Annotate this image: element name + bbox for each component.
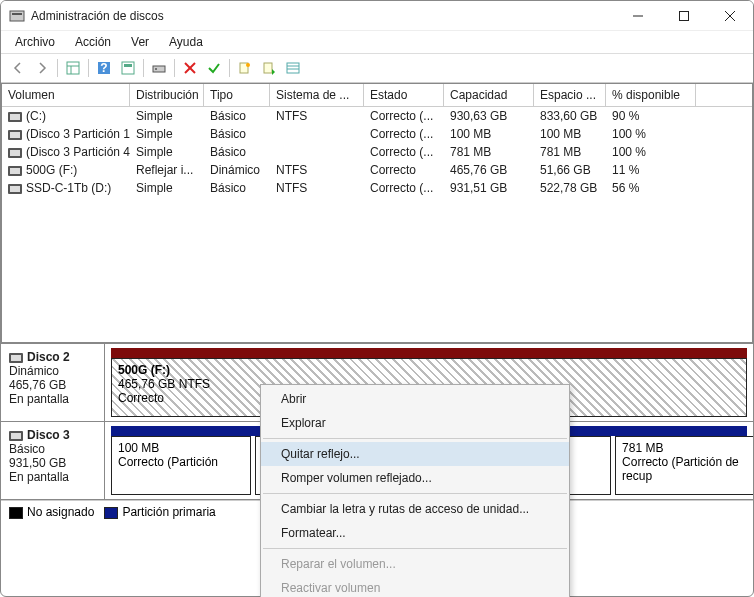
new-button[interactable]	[234, 57, 256, 79]
menu-accion[interactable]: Acción	[67, 33, 119, 51]
volume-box[interactable]: 781 MBCorrecto (Partición de recup	[615, 436, 754, 495]
cell: (Disco 3 Partición 1)	[2, 126, 130, 142]
cell: Simple	[130, 180, 204, 196]
col-distribucion[interactable]: Distribución	[130, 84, 204, 106]
volume-row[interactable]: (Disco 3 Partición 4)SimpleBásicoCorrect…	[2, 143, 752, 161]
col-tipo[interactable]: Tipo	[204, 84, 270, 106]
cell: 100 MB	[444, 126, 534, 142]
cell: Básico	[204, 144, 270, 160]
context-menu-item[interactable]: Abrir	[261, 387, 569, 411]
properties-button[interactable]	[148, 57, 170, 79]
cell: Correcto (...	[364, 126, 444, 142]
close-button[interactable]	[707, 1, 753, 31]
legend-swatch	[9, 507, 23, 519]
context-menu-item[interactable]: Explorar	[261, 411, 569, 435]
cell: (C:)	[2, 108, 130, 124]
maximize-button[interactable]	[661, 1, 707, 31]
context-menu-item[interactable]: Quitar reflejo...	[261, 442, 569, 466]
menu-ayuda[interactable]: Ayuda	[161, 33, 211, 51]
cell: 90 %	[606, 108, 696, 124]
volume-list[interactable]: Volumen Distribución Tipo Sistema de ...…	[1, 83, 753, 343]
disk-label[interactable]: Disco 2Dinámico465,76 GBEn pantalla	[1, 344, 105, 421]
list-button[interactable]	[282, 57, 304, 79]
col-pct[interactable]: % disponible	[606, 84, 696, 106]
cell: 930,63 GB	[444, 108, 534, 124]
delete-button[interactable]	[179, 57, 201, 79]
cell: Reflejar i...	[130, 162, 204, 178]
cell: Básico	[204, 126, 270, 142]
legend-swatch	[104, 507, 118, 519]
cell: 931,51 GB	[444, 180, 534, 196]
svg-rect-19	[264, 63, 272, 73]
context-menu-item[interactable]: Cambiar la letra y rutas de acceso de un…	[261, 497, 569, 521]
window-buttons	[615, 1, 753, 31]
col-espacio[interactable]: Espacio ...	[534, 84, 606, 106]
minimize-button[interactable]	[615, 1, 661, 31]
cell: Correcto (...	[364, 108, 444, 124]
col-capacidad[interactable]: Capacidad	[444, 84, 534, 106]
svg-rect-13	[153, 66, 165, 72]
svg-rect-12	[124, 64, 132, 67]
cell: Correcto (...	[364, 144, 444, 160]
action-button[interactable]	[258, 57, 280, 79]
toolbar-separator	[57, 59, 58, 77]
volume-row[interactable]: (Disco 3 Partición 1)SimpleBásicoCorrect…	[2, 125, 752, 143]
app-icon	[9, 8, 25, 24]
toolbar-separator	[88, 59, 89, 77]
cell: 781 MB	[534, 144, 606, 160]
check-button[interactable]	[203, 57, 225, 79]
cell: NTFS	[270, 108, 364, 124]
menu-separator	[263, 548, 567, 549]
cell: Dinámico	[204, 162, 270, 178]
cell: 833,60 GB	[534, 108, 606, 124]
cell: 781 MB	[444, 144, 534, 160]
toolbar: ?	[1, 54, 753, 83]
toolbar-separator	[229, 59, 230, 77]
context-menu-item: Reactivar volumen	[261, 576, 569, 597]
volume-row[interactable]: 500G (F:)Reflejar i...DinámicoNTFSCorrec…	[2, 161, 752, 179]
cell: (Disco 3 Partición 4)	[2, 144, 130, 160]
disk-label[interactable]: Disco 3Básico931,50 GBEn pantalla	[1, 422, 105, 499]
titlebar: Administración de discos	[1, 1, 753, 31]
context-menu-item[interactable]: Romper volumen reflejado...	[261, 466, 569, 490]
svg-rect-20	[287, 63, 299, 73]
drive-icon	[8, 148, 22, 158]
view-button[interactable]	[62, 57, 84, 79]
cell: 51,66 GB	[534, 162, 606, 178]
cell: 522,78 GB	[534, 180, 606, 196]
col-volumen[interactable]: Volumen	[2, 84, 130, 106]
volume-box[interactable]: 100 MBCorrecto (Partición	[111, 436, 251, 495]
toolbar-separator	[143, 59, 144, 77]
context-menu: AbrirExplorarQuitar reflejo...Romper vol…	[260, 384, 570, 597]
col-estado[interactable]: Estado	[364, 84, 444, 106]
menu-archivo[interactable]: Archivo	[7, 33, 63, 51]
cell: 100 MB	[534, 126, 606, 142]
drive-icon	[8, 166, 22, 176]
volume-list-header: Volumen Distribución Tipo Sistema de ...…	[2, 84, 752, 107]
menu-ver[interactable]: Ver	[123, 33, 157, 51]
svg-text:?: ?	[100, 61, 107, 75]
volume-row[interactable]: (C:)SimpleBásicoNTFSCorrecto (...930,63 …	[2, 107, 752, 125]
cell: 100 %	[606, 126, 696, 142]
svg-point-14	[155, 68, 157, 70]
volume-body: 100 MBCorrecto (Partición	[112, 437, 250, 494]
cell: Simple	[130, 108, 204, 124]
back-button[interactable]	[7, 57, 29, 79]
svg-point-18	[246, 63, 250, 67]
cell	[270, 126, 364, 142]
menu-separator	[263, 438, 567, 439]
volume-row[interactable]: SSD-C-1Tb (D:)SimpleBásicoNTFSCorrecto (…	[2, 179, 752, 197]
refresh-button[interactable]	[117, 57, 139, 79]
legend-primary: Partición primaria	[104, 505, 215, 519]
context-menu-item: Reparar el volumen...	[261, 552, 569, 576]
cell: 11 %	[606, 162, 696, 178]
legend-unallocated: No asignado	[9, 505, 94, 519]
help-button[interactable]: ?	[93, 57, 115, 79]
forward-button[interactable]	[31, 57, 53, 79]
col-sistema[interactable]: Sistema de ...	[270, 84, 364, 106]
svg-rect-11	[122, 62, 134, 74]
cell: Básico	[204, 108, 270, 124]
context-menu-item[interactable]: Formatear...	[261, 521, 569, 545]
svg-rect-3	[680, 11, 689, 20]
disk-icon	[9, 431, 23, 441]
